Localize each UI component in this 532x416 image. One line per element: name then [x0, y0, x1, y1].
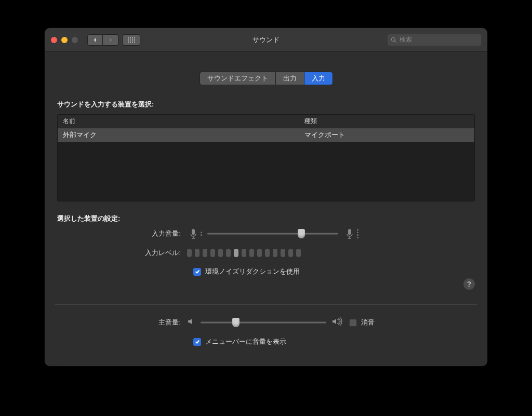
show-menubar-row: メニューバーに音量を表示	[193, 337, 475, 346]
column-name[interactable]: 名前	[58, 115, 299, 128]
speaker-low-icon	[187, 317, 195, 328]
chevron-right-icon	[109, 37, 113, 43]
mute-label: 消音	[361, 318, 375, 327]
main-volume-slider[interactable]	[187, 317, 343, 328]
table-header: 名前 種類	[58, 115, 474, 128]
grid-icon	[128, 37, 135, 43]
search-icon	[391, 37, 397, 43]
input-device-table: 名前 種類 外部マイク マイクポート	[57, 114, 475, 202]
traffic-lights	[51, 37, 78, 43]
tab-sound-effects[interactable]: サウンドエフェクト	[200, 72, 276, 85]
mic-high-icon	[343, 229, 358, 239]
segmented-control: サウンドエフェクト 出力 入力	[200, 72, 333, 85]
slider-thumb[interactable]	[298, 229, 305, 238]
svg-point-0	[392, 37, 395, 41]
sound-preferences-window: サウンド 検索 サウンドエフェクト 出力 入力 サウンドを入力する装置を選択: …	[45, 28, 487, 366]
input-level-label: 入力レベル:	[57, 248, 187, 258]
table-row[interactable]: 外部マイク マイクポート	[58, 128, 474, 142]
main-volume-label: 主音量:	[57, 318, 187, 327]
selected-device-settings-label: 選択した装置の設定:	[57, 214, 475, 223]
check-icon	[195, 339, 200, 344]
help-button[interactable]: ?	[463, 278, 475, 290]
noise-reduction-row: 環境ノイズリダクションを使用	[193, 267, 475, 276]
tab-bar: サウンドエフェクト 出力 入力	[57, 72, 475, 85]
forward-button[interactable]	[103, 34, 118, 46]
input-volume-slider[interactable]	[187, 229, 358, 239]
content-area: サウンドエフェクト 出力 入力 サウンドを入力する装置を選択: 名前 種類 外部…	[45, 52, 487, 366]
search-field[interactable]: 検索	[388, 34, 481, 46]
input-volume-label: 入力音量:	[57, 229, 187, 238]
tab-input[interactable]: 入力	[304, 72, 332, 85]
check-icon	[195, 269, 200, 274]
input-volume-row: 入力音量:	[57, 229, 475, 239]
speaker-high-icon	[331, 317, 343, 328]
divider	[55, 304, 477, 305]
nav-buttons	[87, 34, 118, 46]
device-type: マイクポート	[299, 128, 474, 142]
noise-reduction-label: 環境ノイズリダクションを使用	[205, 267, 300, 276]
input-settings: 入力音量:	[57, 229, 475, 290]
svg-rect-2	[192, 229, 195, 235]
mute-checkbox[interactable]	[349, 319, 357, 327]
minimize-button[interactable]	[61, 37, 68, 43]
table-body: 外部マイク マイクポート	[58, 128, 474, 201]
input-level-meter	[187, 249, 301, 257]
svg-rect-3	[348, 229, 351, 235]
close-button[interactable]	[51, 37, 57, 43]
show-menubar-label: メニューバーに音量を表示	[205, 337, 286, 346]
column-type[interactable]: 種類	[299, 115, 474, 128]
mic-low-icon	[187, 229, 202, 239]
search-placeholder: 検索	[400, 35, 412, 44]
chevron-left-icon	[93, 37, 97, 43]
svg-line-1	[395, 41, 396, 42]
input-level-row: 入力レベル:	[57, 248, 475, 258]
fullscreen-button[interactable]	[72, 37, 78, 43]
titlebar: サウンド 検索	[45, 28, 487, 52]
back-button[interactable]	[87, 34, 103, 46]
show-all-button[interactable]	[123, 34, 140, 46]
show-menubar-checkbox[interactable]	[193, 338, 201, 346]
main-volume-row: 主音量: 消音	[57, 317, 475, 328]
mute-group: 消音	[349, 318, 375, 327]
slider-thumb[interactable]	[232, 318, 240, 327]
device-name: 外部マイク	[58, 128, 299, 142]
tab-output[interactable]: 出力	[276, 72, 304, 85]
select-input-device-label: サウンドを入力する装置を選択:	[57, 100, 475, 109]
noise-reduction-checkbox[interactable]	[193, 268, 201, 276]
